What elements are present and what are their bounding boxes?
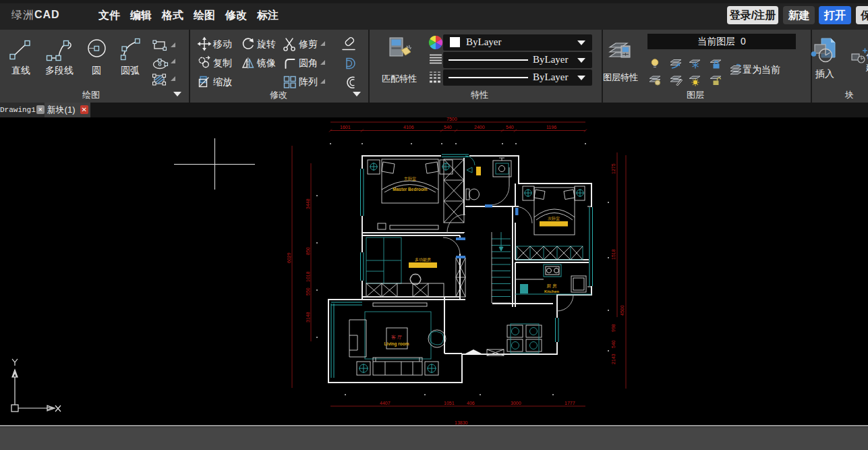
svg-text:4106: 4106 xyxy=(403,125,414,130)
svg-text:1196: 1196 xyxy=(546,125,556,130)
svg-text:540: 540 xyxy=(611,340,616,348)
svg-text:1051: 1051 xyxy=(444,401,455,405)
svg-text:6029: 6029 xyxy=(287,252,291,263)
svg-text:4407: 4407 xyxy=(380,401,390,405)
svg-text:13830: 13830 xyxy=(455,420,468,425)
svg-text:Master Bedroom: Master Bedroom xyxy=(393,187,428,192)
svg-text:2143: 2143 xyxy=(611,354,616,364)
svg-text:540: 540 xyxy=(444,125,452,130)
svg-text:Kitchen: Kitchen xyxy=(544,289,559,293)
svg-text:4500: 4500 xyxy=(620,305,625,316)
svg-text:7500: 7500 xyxy=(446,117,457,121)
svg-text:1018: 1018 xyxy=(306,271,310,282)
svg-text:1518: 1518 xyxy=(611,249,616,260)
svg-text:1275: 1275 xyxy=(611,163,616,174)
svg-text:厨 房: 厨 房 xyxy=(547,283,557,288)
svg-text:3148: 3148 xyxy=(306,312,310,322)
svg-text:540: 540 xyxy=(506,125,514,130)
svg-text:3000: 3000 xyxy=(511,401,521,405)
svg-text:1601: 1601 xyxy=(340,125,351,130)
svg-text:主卧室: 主卧室 xyxy=(404,176,416,181)
svg-text:850: 850 xyxy=(306,247,310,255)
svg-text:次卧室: 次卧室 xyxy=(548,216,560,221)
svg-text:1777: 1777 xyxy=(565,401,575,405)
svg-text:2400: 2400 xyxy=(474,125,485,130)
svg-text:客 厅: 客 厅 xyxy=(391,335,402,339)
svg-text:Living room: Living room xyxy=(384,341,409,347)
svg-text:多功能房: 多功能房 xyxy=(415,257,431,262)
svg-text:550: 550 xyxy=(306,287,310,296)
svg-text:406: 406 xyxy=(467,401,475,405)
svg-text:998: 998 xyxy=(611,324,616,332)
svg-text:3448: 3448 xyxy=(306,198,310,209)
